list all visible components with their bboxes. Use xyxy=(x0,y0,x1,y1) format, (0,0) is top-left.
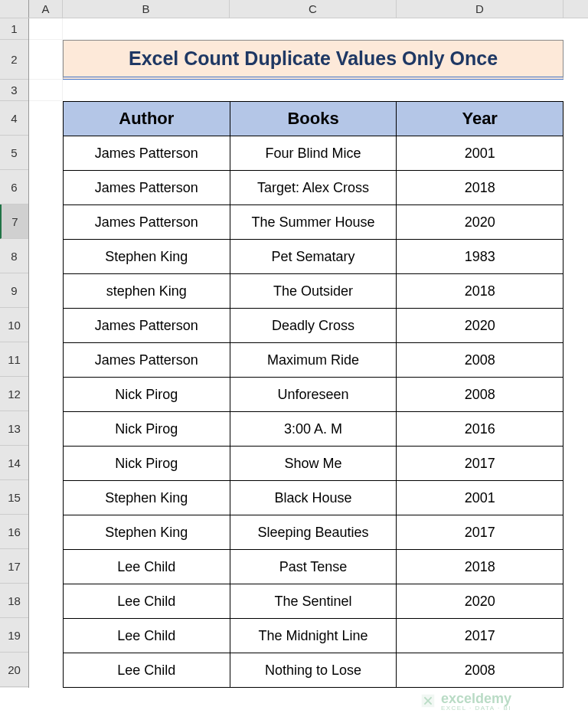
watermark-sub: EXCEL · DATA · BI xyxy=(441,705,511,712)
cell-a3[interactable] xyxy=(29,80,63,101)
watermark: exceldemy EXCEL · DATA · BI xyxy=(420,692,511,712)
header-author[interactable]: Author xyxy=(64,102,230,136)
cell-year[interactable]: 2020 xyxy=(397,309,564,343)
row-header-4[interactable]: 4 xyxy=(0,101,28,136)
watermark-main: exceldemy xyxy=(441,692,511,705)
row-header-17[interactable]: 17 xyxy=(0,549,28,584)
row-header-7[interactable]: 7 xyxy=(0,204,28,239)
cell-a1[interactable] xyxy=(29,18,63,40)
row-header-1[interactable]: 1 xyxy=(0,18,28,40)
cell-book[interactable]: The Midnight Line xyxy=(230,619,397,653)
cell-year[interactable]: 2020 xyxy=(397,584,564,619)
cell-author[interactable]: James Patterson xyxy=(64,136,230,171)
table-row: Nick PirogUnforeseen2008 xyxy=(64,378,564,412)
row-header-16[interactable]: 16 xyxy=(0,515,28,549)
cell-author[interactable]: James Patterson xyxy=(64,171,230,205)
row-header-12[interactable]: 12 xyxy=(0,377,28,411)
cell-book[interactable]: Maximum Ride xyxy=(230,343,397,378)
cell-author[interactable]: Lee Child xyxy=(64,584,230,619)
table-row: Lee ChildThe Midnight Line2017 xyxy=(64,619,564,653)
table-row: Stephen KingPet Sematary1983 xyxy=(64,240,564,274)
cell-year[interactable]: 2008 xyxy=(397,343,564,378)
row-headers: 1 2 3 4 5 6 7 8 9 10 11 12 13 14 15 16 1… xyxy=(0,18,29,688)
cell-year[interactable]: 2018 xyxy=(397,171,564,205)
title-cell[interactable]: Excel Count Duplicate Values Only Once xyxy=(63,40,564,80)
column-header-c[interactable]: C xyxy=(230,0,397,18)
table-row: James PattersonFour Blind Mice2001 xyxy=(64,136,564,171)
cell-book[interactable]: The Summer House xyxy=(230,205,397,240)
cell-author[interactable]: Stephen King xyxy=(64,481,230,515)
cell-year[interactable]: 2018 xyxy=(397,274,564,309)
cell-author[interactable]: Lee Child xyxy=(64,550,230,584)
cell-year[interactable]: 2008 xyxy=(397,378,564,412)
row-header-8[interactable]: 8 xyxy=(0,239,28,273)
cell-book[interactable]: Pet Sematary xyxy=(230,240,397,274)
table-row: Lee ChildNothing to Lose2008 xyxy=(64,653,564,688)
row-header-3[interactable]: 3 xyxy=(0,80,28,101)
row-header-6[interactable]: 6 xyxy=(0,170,28,204)
row-header-5[interactable]: 5 xyxy=(0,136,28,170)
table-row: James PattersonMaximum Ride2008 xyxy=(64,343,564,378)
row-header-20[interactable]: 20 xyxy=(0,653,28,687)
cell-book[interactable]: 3:00 A. M xyxy=(230,412,397,447)
cell-year[interactable]: 2018 xyxy=(397,550,564,584)
table-row: Lee ChildThe Sentinel2020 xyxy=(64,584,564,619)
column-header-a[interactable]: A xyxy=(29,0,63,18)
cell-a2[interactable] xyxy=(29,40,63,80)
table-header-row: Author Books Year xyxy=(64,102,564,136)
row-header-14[interactable]: 14 xyxy=(0,446,28,480)
row-header-2[interactable]: 2 xyxy=(0,40,28,80)
cell-author[interactable]: Nick Pirog xyxy=(64,447,230,481)
row-header-19[interactable]: 19 xyxy=(0,618,28,653)
cell-year[interactable]: 2001 xyxy=(397,481,564,515)
table-row: Stephen KingBlack House2001 xyxy=(64,481,564,515)
cell-book[interactable]: Sleeping Beauties xyxy=(230,515,397,550)
cell-author[interactable]: Lee Child xyxy=(64,619,230,653)
cell-author[interactable]: Lee Child xyxy=(64,653,230,688)
cell-book[interactable]: Show Me xyxy=(230,447,397,481)
row-header-18[interactable]: 18 xyxy=(0,584,28,618)
cell-year[interactable]: 2001 xyxy=(397,136,564,171)
row-header-9[interactable]: 9 xyxy=(0,273,28,308)
column-headers: A B C D xyxy=(0,0,588,18)
cell-year[interactable]: 1983 xyxy=(397,240,564,274)
cell-book[interactable]: Four Blind Mice xyxy=(230,136,397,171)
table-row: stephen KingThe Outsider2018 xyxy=(64,274,564,309)
cell-year[interactable]: 2017 xyxy=(397,619,564,653)
cell-year[interactable]: 2017 xyxy=(397,515,564,550)
table-row: Lee ChildPast Tense2018 xyxy=(64,550,564,584)
cell-author[interactable]: James Patterson xyxy=(64,309,230,343)
cell-author[interactable]: Nick Pirog xyxy=(64,378,230,412)
cell-book[interactable]: Past Tense xyxy=(230,550,397,584)
row-header-15[interactable]: 15 xyxy=(0,480,28,515)
cell-year[interactable]: 2020 xyxy=(397,205,564,240)
header-year[interactable]: Year xyxy=(397,102,564,136)
cell-year[interactable]: 2008 xyxy=(397,653,564,688)
cell-author[interactable]: Stephen King xyxy=(64,515,230,550)
cell-year[interactable]: 2016 xyxy=(397,412,564,447)
cell-book[interactable]: Black House xyxy=(230,481,397,515)
cell-book[interactable]: Target: Alex Cross xyxy=(230,171,397,205)
cell-author[interactable]: Stephen King xyxy=(64,240,230,274)
table-row: James PattersonDeadly Cross2020 xyxy=(64,309,564,343)
column-header-d[interactable]: D xyxy=(397,0,564,18)
row-header-11[interactable]: 11 xyxy=(0,342,28,377)
spreadsheet-grid: A B C D 1 2 3 4 5 6 7 8 9 10 11 12 13 14… xyxy=(0,0,588,723)
cell-book[interactable]: Unforeseen xyxy=(230,378,397,412)
header-books[interactable]: Books xyxy=(230,102,397,136)
cell-author[interactable]: stephen King xyxy=(64,274,230,309)
content-area: Excel Count Duplicate Values Only Once A… xyxy=(29,18,588,688)
cell-author[interactable]: Nick Pirog xyxy=(64,412,230,447)
cell-author[interactable]: James Patterson xyxy=(64,343,230,378)
table-row: Stephen KingSleeping Beauties2017 xyxy=(64,515,564,550)
cell-year[interactable]: 2017 xyxy=(397,447,564,481)
cell-book[interactable]: The Sentinel xyxy=(230,584,397,619)
cell-book[interactable]: Nothing to Lose xyxy=(230,653,397,688)
column-header-b[interactable]: B xyxy=(63,0,230,18)
cell-author[interactable]: James Patterson xyxy=(64,205,230,240)
select-all-corner[interactable] xyxy=(0,0,29,18)
cell-book[interactable]: The Outsider xyxy=(230,274,397,309)
cell-book[interactable]: Deadly Cross xyxy=(230,309,397,343)
row-header-10[interactable]: 10 xyxy=(0,308,28,342)
row-header-13[interactable]: 13 xyxy=(0,411,28,446)
